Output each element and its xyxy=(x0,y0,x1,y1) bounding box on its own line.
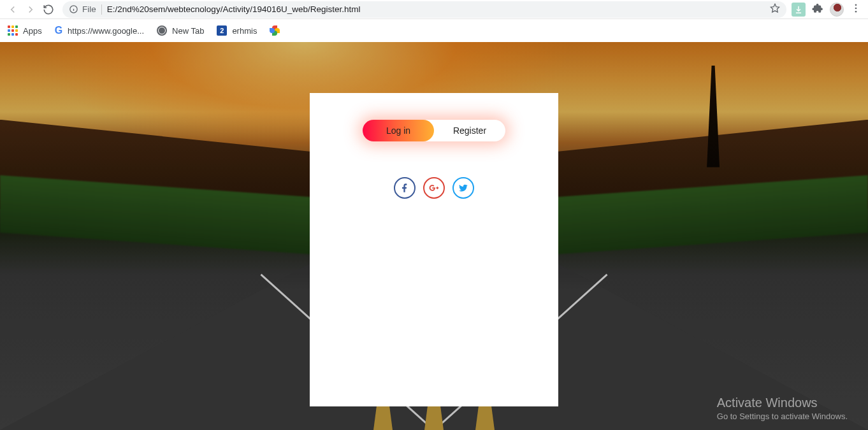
globe-icon xyxy=(157,25,167,36)
watermark-title: Activate Windows xyxy=(717,396,848,410)
info-icon: File xyxy=(69,4,96,14)
bookmarks-bar: Apps G https://www.google... New Tab 2 e… xyxy=(0,19,868,42)
watermark-subtitle: Go to Settings to activate Windows. xyxy=(717,412,848,421)
windows-watermark: Activate Windows Go to Settings to activ… xyxy=(717,396,848,421)
photos-icon xyxy=(270,25,280,36)
svg-point-5 xyxy=(855,7,857,9)
apps-shortcut[interactable]: Apps xyxy=(8,25,42,36)
svg-point-4 xyxy=(855,4,857,6)
register-tab[interactable]: Register xyxy=(434,120,505,141)
social-login-row xyxy=(310,177,558,199)
reload-button[interactable] xyxy=(40,1,57,18)
facebook-icon xyxy=(400,183,410,193)
extensions-icon[interactable] xyxy=(812,3,823,17)
bookmark-newtab-label: New Tab xyxy=(172,26,204,36)
erhmis-icon: 2 xyxy=(217,25,227,36)
menu-icon[interactable] xyxy=(850,3,862,17)
twitter-login-button[interactable] xyxy=(452,177,474,199)
toolbar-right xyxy=(792,3,864,17)
bookmark-google-label: https://www.google... xyxy=(68,26,144,36)
address-bar[interactable]: File E:/2nd%20sem/webtecnology/Activity/… xyxy=(62,1,786,18)
url-text: E:/2nd%20sem/webtecnology/Activity/19401… xyxy=(107,4,765,14)
svg-point-6 xyxy=(855,10,857,12)
profile-avatar[interactable] xyxy=(830,3,844,17)
bookmark-google[interactable]: G https://www.google... xyxy=(55,25,144,36)
page-viewport: Log in Register Activate Windows Go to S… xyxy=(0,42,868,430)
auth-card: Log in Register xyxy=(310,93,558,406)
login-tab[interactable]: Log in xyxy=(363,120,434,141)
apps-label: Apps xyxy=(23,26,42,36)
twitter-icon xyxy=(458,183,468,193)
facebook-login-button[interactable] xyxy=(394,177,416,199)
login-tab-label: Log in xyxy=(386,125,410,136)
google-plus-login-button[interactable] xyxy=(423,177,445,199)
bookmark-newtab[interactable]: New Tab xyxy=(157,25,204,36)
browser-toolbar: File E:/2nd%20sem/webtecnology/Activity/… xyxy=(0,0,868,19)
google-plus-icon xyxy=(429,183,439,193)
bookmark-erhmis[interactable]: 2 erhmis xyxy=(217,25,257,36)
back-button[interactable] xyxy=(4,1,22,18)
extension-download-icon[interactable] xyxy=(792,3,806,17)
bookmark-star-icon[interactable] xyxy=(770,3,780,15)
bookmark-erhmis-label: erhmis xyxy=(232,26,257,36)
bookmark-photos[interactable] xyxy=(270,25,280,36)
google-icon: G xyxy=(55,25,62,36)
svg-marker-3 xyxy=(770,4,779,12)
register-tab-label: Register xyxy=(453,125,486,136)
auth-toggle: Log in Register xyxy=(363,120,505,141)
forward-button[interactable] xyxy=(22,1,40,18)
apps-icon xyxy=(8,25,18,36)
url-scheme-label: File xyxy=(82,4,96,14)
divider xyxy=(101,4,102,15)
